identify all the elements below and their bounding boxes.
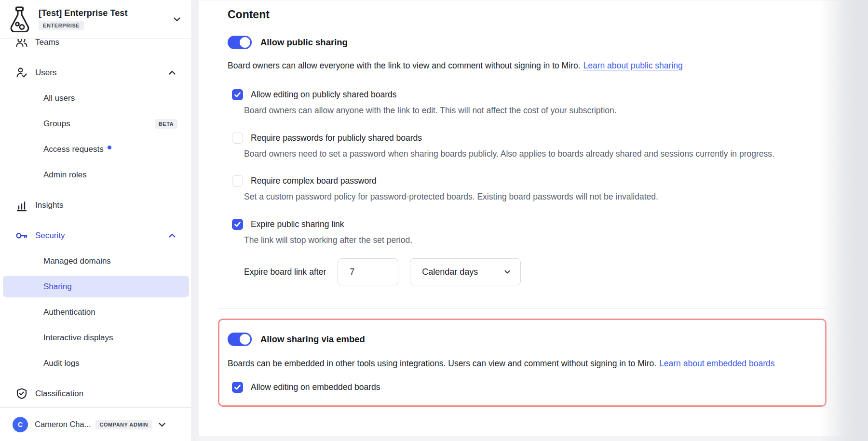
avatar: C	[13, 417, 28, 432]
check-icon	[234, 384, 241, 391]
sidebar-item-all-users[interactable]: All users	[0, 85, 191, 111]
sidebar: [Test] Enterprise Test ENTERPRISE Teams …	[0, 0, 191, 441]
role-badge: COMPANY ADMIN	[95, 420, 151, 429]
user-menu[interactable]: C Cameron Cha... COMPANY ADMIN	[0, 407, 191, 441]
learn-about-embedded-boards-link[interactable]: Learn about embedded boards	[659, 359, 774, 368]
teams-icon	[15, 39, 28, 49]
sidebar-item-insights[interactable]: Insights	[0, 192, 191, 218]
sidebar-item-users[interactable]: Users	[0, 60, 191, 85]
require-passwords-checkbox[interactable]	[232, 133, 243, 144]
expire-unit-select[interactable]: Calendar days	[410, 258, 521, 285]
sidebar-content-gutter	[191, 0, 199, 441]
check-icon	[234, 221, 241, 228]
page-title: Content	[228, 8, 868, 21]
sidebar-item-authentication[interactable]: Authentication	[0, 299, 191, 325]
expire-board-link-label: Expire board link after	[244, 267, 326, 277]
learn-about-public-sharing-link[interactable]: Learn about public sharing	[583, 61, 682, 70]
shield-check-icon	[15, 388, 28, 400]
sidebar-item-sharing[interactable]: Sharing	[3, 276, 189, 297]
public-sharing-description: Board owners can allow everyone with the…	[228, 60, 868, 72]
org-switcher[interactable]: [Test] Enterprise Test ENTERPRISE	[0, 0, 191, 39]
option-expire-link: Expire public sharing link The link will…	[228, 219, 868, 286]
sidebar-item-security[interactable]: Security	[0, 223, 191, 248]
embed-sharing-highlight-box: Allow sharing via embed Boards can be em…	[218, 319, 827, 406]
section-divider	[218, 308, 827, 309]
notification-dot	[108, 146, 111, 149]
check-icon	[234, 91, 241, 98]
toggle-knob	[240, 37, 250, 48]
allow-embed-toggle[interactable]	[228, 333, 252, 346]
chevron-down-icon[interactable]	[172, 14, 182, 25]
option-require-passwords: Require passwords for publicly shared bo…	[228, 133, 868, 160]
beta-badge: BETA	[155, 119, 177, 129]
key-icon	[15, 229, 28, 242]
chevron-down-icon	[503, 267, 512, 276]
org-name: [Test] Enterprise Test	[39, 8, 172, 18]
sidebar-item-admin-roles[interactable]: Admin roles	[0, 162, 191, 187]
sidebar-item-groups[interactable]: Groups BETA	[0, 111, 191, 136]
expire-link-checkbox[interactable]	[232, 219, 243, 230]
allow-editing-embedded-checkbox[interactable]	[232, 382, 243, 393]
main-content: Content Allow public sharing Board owner…	[199, 0, 868, 441]
expire-value-input[interactable]	[338, 258, 398, 285]
allow-public-sharing-label: Allow public sharing	[260, 37, 348, 48]
sidebar-nav: Teams Users All users Groups BETA Access…	[0, 39, 191, 407]
chevron-up-icon[interactable]	[167, 230, 177, 241]
option-require-complex-password: Require complex board password Set a cus…	[228, 175, 868, 203]
plan-badge: ENTERPRISE	[39, 21, 84, 30]
sidebar-item-teams[interactable]: Teams	[0, 39, 191, 55]
embed-description: Boards can be embedded in other tools us…	[228, 358, 815, 370]
sidebar-item-interactive-displays[interactable]: Interactive displays	[0, 325, 191, 350]
option-allow-editing-embedded: Allow editing on embedded boards	[228, 382, 815, 393]
sidebar-item-audit-logs[interactable]: Audit logs	[0, 350, 191, 376]
allow-public-sharing-toggle[interactable]	[228, 36, 252, 49]
sidebar-item-managed-domains[interactable]: Managed domains	[0, 248, 191, 274]
chevron-down-icon[interactable]	[157, 419, 167, 430]
toggle-knob	[240, 334, 250, 345]
next-section-edge	[199, 436, 868, 441]
chevron-up-icon[interactable]	[167, 67, 177, 78]
allow-embed-label: Allow sharing via embed	[260, 334, 365, 345]
bar-chart-icon	[15, 199, 28, 212]
sidebar-item-classification[interactable]: Classification	[0, 381, 191, 406]
user-name: Cameron Cha...	[35, 420, 91, 429]
user-check-icon	[15, 67, 28, 79]
require-complex-password-checkbox[interactable]	[232, 175, 243, 187]
flask-logo-icon	[8, 6, 32, 32]
option-allow-editing-public: Allow editing on publicly shared boards …	[228, 89, 868, 117]
sidebar-item-access-requests[interactable]: Access requests	[0, 136, 191, 162]
allow-editing-public-checkbox[interactable]	[232, 89, 243, 100]
